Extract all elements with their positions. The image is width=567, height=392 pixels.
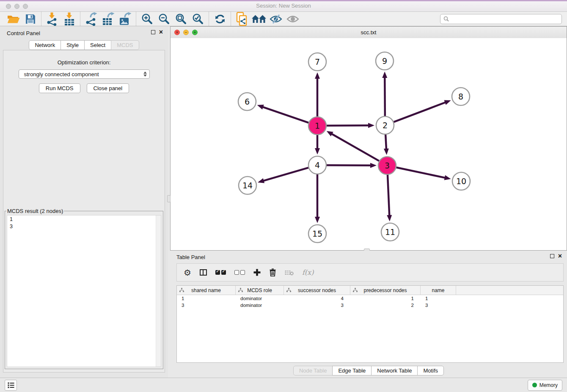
svg-text:8: 8: [458, 92, 463, 101]
node-6[interactable]: 6: [238, 93, 256, 110]
toolbar-search[interactable]: [440, 14, 562, 24]
edge-2-9[interactable]: [382, 72, 387, 116]
node-4[interactable]: 4: [308, 156, 326, 174]
close-panel-button[interactable]: Close panel: [87, 83, 129, 93]
node-11[interactable]: 11: [381, 223, 399, 241]
table-row[interactable]: 1dominator411: [177, 295, 563, 302]
tab-node-table[interactable]: Node Table: [293, 366, 333, 375]
result-scrollbar[interactable]: [156, 215, 161, 367]
table-panel-tabs: Node TableEdge TableNetwork TableMotifs: [170, 366, 567, 375]
node-table[interactable]: shared nameMCDS rolesuccessor nodesprede…: [176, 285, 564, 363]
edge-1-2[interactable]: [327, 123, 374, 128]
edge-2-3[interactable]: [384, 135, 389, 155]
show-graphics-details-button[interactable]: [284, 12, 301, 26]
plus-icon: [253, 269, 261, 276]
refresh-view-button[interactable]: [212, 12, 228, 26]
node-14[interactable]: 14: [239, 177, 256, 194]
float-table-panel-icon[interactable]: [550, 254, 554, 258]
import-table-button[interactable]: [61, 12, 78, 26]
edge-4-3[interactable]: [327, 163, 377, 168]
ndex-browser-button[interactable]: [250, 12, 267, 26]
network-canvas[interactable]: 7968124314101511: [171, 38, 567, 250]
refresh-icon: [215, 14, 226, 25]
node-8[interactable]: 8: [452, 88, 470, 105]
column-header-shared-name[interactable]: shared name: [177, 286, 236, 295]
zoom-fit-button[interactable]: [173, 12, 190, 26]
zoom-out-button[interactable]: [156, 12, 173, 26]
toolbar-separator: [209, 12, 209, 26]
zoom-selected-button[interactable]: [190, 12, 206, 26]
tab-edge-table[interactable]: Edge Table: [332, 366, 372, 375]
export-table-icon: [102, 12, 115, 26]
save-session-button[interactable]: [22, 12, 39, 26]
zoom-in-button[interactable]: [139, 12, 156, 26]
export-network-button[interactable]: [83, 12, 100, 26]
network-window-titlebar[interactable]: × − + scc.txt: [171, 27, 567, 39]
edge-1-7[interactable]: [315, 72, 320, 116]
control-panel-title: Control Panel: [7, 30, 40, 36]
task-history-button[interactable]: [5, 380, 17, 391]
window-title: Session: New Session: [0, 3, 567, 9]
svg-text:1: 1: [315, 121, 320, 130]
edge-1-4[interactable]: [315, 135, 320, 155]
export-table-button[interactable]: [100, 12, 117, 26]
tab-network[interactable]: Network: [29, 40, 61, 50]
open-network-from-ndex-button[interactable]: [234, 12, 250, 26]
node-15[interactable]: 15: [308, 225, 326, 243]
edge-2-8[interactable]: [394, 100, 451, 122]
svg-text:6: 6: [245, 97, 250, 106]
export-image-button[interactable]: [117, 12, 134, 26]
criterion-select[interactable]: strongly connected component: [19, 69, 150, 79]
node-10[interactable]: 10: [452, 172, 470, 190]
memory-button[interactable]: Memory: [528, 380, 562, 391]
select-all-columns-button[interactable]: [215, 270, 226, 275]
node-7[interactable]: 7: [308, 53, 326, 71]
toolbar-separator: [41, 12, 42, 26]
tab-style[interactable]: Style: [61, 40, 85, 50]
tab-motifs[interactable]: Motifs: [417, 366, 444, 375]
table-row[interactable]: 3dominator323: [177, 302, 563, 309]
table-settings-button[interactable]: ⚙: [184, 268, 191, 277]
edge-3-1[interactable]: [327, 131, 379, 161]
zoom-out-icon: [158, 13, 170, 25]
node-1[interactable]: 1: [308, 117, 326, 135]
vertical-splitter-handle[interactable]: [167, 195, 171, 202]
edge-1-6[interactable]: [257, 105, 309, 123]
node-3[interactable]: 3: [378, 157, 396, 174]
edge-3-10[interactable]: [396, 168, 451, 180]
column-header-predecessor-nodes[interactable]: predecessor nodes: [350, 286, 421, 295]
split-panel-button[interactable]: [200, 269, 207, 276]
run-mcds-button[interactable]: Run MCDS: [39, 83, 80, 93]
close-table-panel-icon[interactable]: ×: [558, 254, 562, 259]
delete-column-button[interactable]: [269, 268, 276, 276]
column-header-MCDS-role[interactable]: MCDS role: [236, 286, 284, 295]
table-cell: dominator: [236, 295, 284, 302]
table-toolbar: ⚙: [176, 263, 564, 282]
close-panel-icon[interactable]: ×: [159, 30, 163, 35]
create-column-button[interactable]: [253, 269, 261, 276]
tab-select[interactable]: Select: [84, 40, 111, 50]
import-network-button[interactable]: [44, 12, 61, 26]
tab-mcds[interactable]: MCDS: [111, 40, 139, 50]
edge-4-14[interactable]: [258, 168, 308, 183]
network-canvas-svg: 7968124314101511: [171, 38, 567, 250]
node-2[interactable]: 2: [376, 116, 394, 134]
column-header-name[interactable]: name: [421, 286, 456, 295]
edge-4-15[interactable]: [315, 174, 320, 223]
svg-text:2: 2: [383, 121, 388, 130]
edge-3-11[interactable]: [387, 175, 392, 221]
float-panel-icon[interactable]: [151, 30, 155, 34]
node-9[interactable]: 9: [376, 52, 394, 70]
control-panel-header: Control Panel ×: [0, 26, 168, 40]
hide-graphics-details-button[interactable]: [267, 12, 284, 26]
zoom-selected-icon: [192, 13, 204, 25]
open-file-button[interactable]: [5, 12, 22, 26]
tab-network-table[interactable]: Network Table: [371, 366, 418, 375]
column-header-successor-nodes[interactable]: successor nodes: [284, 286, 350, 295]
gear-icon: ⚙: [184, 268, 191, 277]
unchecked-boxes-icon: [234, 270, 245, 275]
search-input[interactable]: [451, 16, 559, 22]
import-network-icon: [46, 12, 59, 26]
mcds-result-area[interactable]: 1 3: [7, 215, 161, 367]
deselect-all-columns-button[interactable]: [234, 270, 245, 275]
